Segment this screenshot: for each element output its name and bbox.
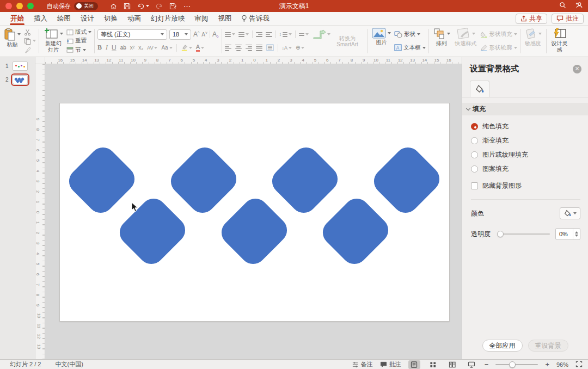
underline-button[interactable]: U xyxy=(112,44,117,52)
minimize-window-button[interactable] xyxy=(16,3,23,9)
reset-button[interactable]: 重置 xyxy=(66,36,91,45)
undo-dropdown-icon[interactable] xyxy=(146,5,149,7)
italic-button[interactable]: I xyxy=(106,44,108,52)
decrease-font-button[interactable]: A˅ xyxy=(201,31,207,38)
font-name-select[interactable]: 等线 (正文) xyxy=(97,29,167,40)
account-icon[interactable] xyxy=(575,2,583,10)
color-picker-button[interactable] xyxy=(560,207,580,219)
slider-knob[interactable] xyxy=(497,231,504,237)
textbox-button[interactable]: A 文本框 xyxy=(394,43,426,52)
align-left-button[interactable] xyxy=(225,45,231,51)
increase-indent-button[interactable] xyxy=(266,32,272,37)
tab-animations[interactable]: 动画 xyxy=(122,12,146,25)
align-text-button[interactable]: ⊕ xyxy=(296,45,304,51)
ruler-number: 6 xyxy=(180,58,182,63)
arrange-button[interactable]: 排列 xyxy=(432,27,452,56)
new-slide-button[interactable]: 新建幻灯片 xyxy=(42,27,65,56)
change-case-button[interactable]: Aa xyxy=(161,45,172,51)
autosave-toggle[interactable]: 关闭 xyxy=(74,2,98,10)
ribbon: 粘贴 新建 xyxy=(0,26,588,57)
transparency-input[interactable]: 0% xyxy=(555,228,580,240)
font-color-button[interactable]: A xyxy=(196,44,204,52)
decrease-indent-button[interactable] xyxy=(256,32,262,37)
slideshow-view-button[interactable] xyxy=(465,360,477,369)
text-direction-button[interactable]: ↓A xyxy=(282,45,292,51)
share-button[interactable]: 共享 xyxy=(516,14,547,24)
solid-fill-radio[interactable]: 纯色填充 xyxy=(471,122,580,131)
align-center-button[interactable] xyxy=(235,45,242,51)
fill-section-header[interactable]: 填充 xyxy=(462,103,588,115)
language-indicator[interactable]: 中文(中国) xyxy=(55,360,83,368)
convert-to-smartart-button[interactable]: 转换为SmartArt xyxy=(332,35,363,48)
hide-background-checkbox[interactable]: 隐藏背景图形 xyxy=(471,181,580,190)
home-icon[interactable] xyxy=(110,3,117,10)
tab-transitions[interactable]: 切换 xyxy=(99,12,122,25)
line-spacing-button[interactable]: ↕ xyxy=(279,32,292,37)
apply-to-all-button[interactable]: 全部应用 xyxy=(482,340,523,352)
close-window-button[interactable] xyxy=(5,3,12,9)
save-icon[interactable] xyxy=(124,3,131,10)
highlight-color-button[interactable] xyxy=(181,44,192,51)
paste-button[interactable]: 粘贴 xyxy=(2,27,22,56)
slide-thumbnail-1[interactable]: 1 xyxy=(0,60,35,72)
editing-canvas[interactable]: 1615141312111098765432101234567891011121… xyxy=(35,57,462,359)
cut-button[interactable] xyxy=(24,28,36,36)
fit-slide-button[interactable] xyxy=(575,361,583,368)
numbering-button[interactable] xyxy=(238,32,249,37)
zoom-slider[interactable] xyxy=(495,364,538,365)
picture-button[interactable]: 图片 xyxy=(370,27,393,56)
tab-home[interactable]: 开始 xyxy=(5,12,29,25)
design-ideas-button[interactable]: 设计灵感 xyxy=(549,27,570,56)
tab-view[interactable]: 视图 xyxy=(213,12,237,25)
spin-down-icon[interactable] xyxy=(575,235,578,237)
slide-sorter-view-button[interactable] xyxy=(427,360,439,369)
strikethrough-button[interactable]: ab xyxy=(120,45,126,51)
distribute-text-button[interactable] xyxy=(266,44,274,51)
tab-review[interactable]: 审阅 xyxy=(190,12,213,25)
bold-button[interactable]: B xyxy=(97,44,102,52)
pattern-fill-radio[interactable]: 图案填充 xyxy=(471,164,580,174)
bullets-button[interactable] xyxy=(225,32,235,37)
character-spacing-button[interactable]: AV xyxy=(147,45,157,51)
comments-toggle-button[interactable]: 批注 xyxy=(380,360,401,368)
align-right-button[interactable] xyxy=(246,45,252,51)
fill-tab[interactable] xyxy=(470,81,489,97)
transparency-slider[interactable] xyxy=(498,233,550,235)
notes-button[interactable]: 备注 xyxy=(352,360,373,368)
search-icon[interactable] xyxy=(559,2,566,10)
layout-button[interactable]: 版式 xyxy=(66,28,91,36)
tab-slideshow[interactable]: 幻灯片放映 xyxy=(146,12,190,25)
shapes-button[interactable]: 形状 xyxy=(394,30,426,39)
reading-view-button[interactable] xyxy=(446,360,458,369)
increase-font-button[interactable]: A^ xyxy=(193,30,199,38)
copy-button[interactable] xyxy=(24,36,36,45)
zoom-in-button[interactable]: + xyxy=(545,360,549,368)
tab-draw[interactable]: 绘图 xyxy=(52,12,76,25)
spin-up-icon[interactable] xyxy=(575,231,578,233)
undo-button[interactable] xyxy=(137,3,149,10)
zoom-level[interactable]: 96% xyxy=(556,361,568,368)
clear-formatting-button[interactable]: A◊ xyxy=(212,30,218,39)
smartart-icon-button[interactable] xyxy=(312,29,330,39)
gradient-fill-radio[interactable]: 渐变填充 xyxy=(471,136,580,145)
more-commands-icon[interactable]: ⋯ xyxy=(183,2,191,10)
font-size-select[interactable]: 18 xyxy=(169,29,191,40)
normal-view-button[interactable] xyxy=(408,360,420,369)
slide-thumbnail-2[interactable]: 2 xyxy=(0,74,35,85)
justify-button[interactable] xyxy=(256,45,262,51)
tab-tell-me[interactable]: 告诉我 xyxy=(237,14,274,23)
save-as-icon[interactable] xyxy=(169,3,177,10)
zoom-slider-knob[interactable] xyxy=(509,361,516,368)
quick-styles-button[interactable]: 快速样式 xyxy=(454,27,479,56)
superscript-button[interactable]: x² xyxy=(130,45,134,51)
zoom-out-button[interactable]: − xyxy=(485,360,489,368)
zoom-window-button[interactable] xyxy=(27,3,34,9)
subscript-button[interactable]: x₂ xyxy=(138,45,143,51)
picture-texture-fill-radio[interactable]: 图片或纹理填充 xyxy=(471,150,580,159)
tab-design[interactable]: 设计 xyxy=(76,12,99,25)
tab-insert[interactable]: 插入 xyxy=(29,12,52,25)
panel-close-icon[interactable]: ✕ xyxy=(573,65,581,73)
section-button[interactable]: 节 xyxy=(66,46,91,54)
comments-button[interactable]: 批注 xyxy=(552,14,584,24)
columns-button[interactable] xyxy=(299,33,309,36)
